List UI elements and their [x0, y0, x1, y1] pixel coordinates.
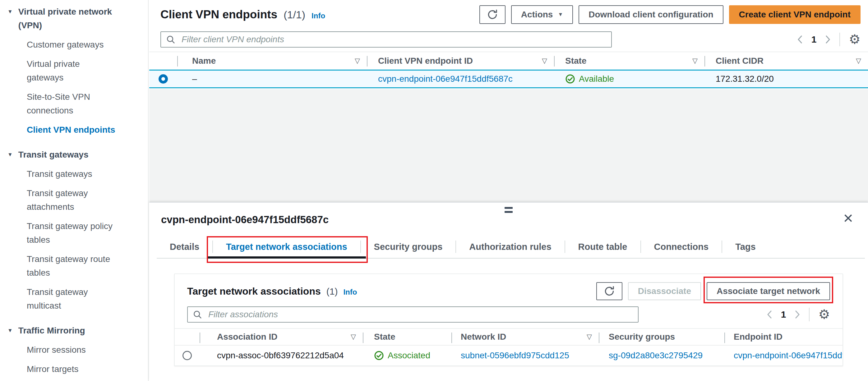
panel-drag-handle[interactable]: [504, 207, 513, 213]
column-header-state[interactable]: State ▽: [554, 52, 705, 70]
create-client-vpn-endpoint-button[interactable]: Create client VPN endpoint: [729, 5, 861, 24]
tab-label: Target network associations: [226, 242, 347, 252]
sidebar-item-mirror-sessions[interactable]: Mirror sessions: [7, 343, 118, 357]
column-label: State: [374, 332, 395, 342]
cell-name: –: [177, 74, 367, 84]
section-collapse-icon: ▼: [7, 324, 13, 338]
endpoints-pagination: 1 ⚙: [797, 33, 861, 46]
section-title: Virtual private network (VPN): [18, 5, 129, 32]
disassociate-button-label: Disassociate: [638, 286, 691, 296]
current-page-number[interactable]: 1: [811, 34, 817, 45]
table-row-selected[interactable]: – cvpn-endpoint-06e947f15ddf5687c Availa…: [149, 70, 868, 88]
sort-icon: ▽: [587, 333, 592, 341]
select-all-column: [175, 329, 199, 345]
panel-tabs: Details Target network associations Secu…: [157, 235, 865, 259]
actions-button-label: Actions: [521, 10, 553, 20]
status-text: Available: [579, 74, 614, 84]
info-link[interactable]: Info: [311, 11, 325, 20]
endpoints-table-header: Name ▽ Client VPN endpoint ID ▽ State ▽ …: [149, 52, 868, 70]
panel-title: cvpn-endpoint-06e947f15ddf5687c: [161, 214, 329, 226]
toolbar-divider: [809, 308, 810, 321]
row-select-radio[interactable]: [183, 351, 192, 360]
sidebar-item-client-vpn-endpoints[interactable]: Client VPN endpoints: [7, 123, 118, 137]
security-group-link[interactable]: sg-09d2a80e3c2795429: [609, 351, 703, 360]
refresh-button[interactable]: [479, 5, 505, 24]
associations-filter: [187, 307, 639, 323]
sort-icon: ▽: [351, 333, 356, 341]
sidebar-item-mirror-targets[interactable]: Mirror targets: [7, 362, 118, 376]
column-header-endpoint-id[interactable]: Client VPN endpoint ID ▽: [367, 52, 554, 70]
sidebar-item-transit-gateway-multicast[interactable]: Transit gateway multicast: [7, 285, 118, 313]
section-collapse-icon: ▼: [7, 148, 13, 162]
sidebar-section-vpn-header[interactable]: ▼ Virtual private network (VPN): [7, 5, 142, 32]
sidebar-section-transit-gateways: ▼ Transit gateways Transit gateways Tran…: [7, 148, 142, 313]
gear-icon[interactable]: ⚙: [849, 33, 861, 46]
tab-authorization-rules[interactable]: Authorization rules: [456, 235, 564, 258]
refresh-button[interactable]: [596, 282, 622, 300]
chevron-down-icon: ▼: [558, 11, 563, 18]
associate-target-network-button[interactable]: Associate target network: [707, 282, 830, 300]
status-badge: Available: [565, 74, 614, 84]
endpoint-id-link[interactable]: cvpn-endpoint-06e947f15ddf5687c: [734, 351, 842, 360]
sidebar-section-vpn: ▼ Virtual private network (VPN) Customer…: [7, 5, 142, 137]
endpoints-filter: [160, 31, 612, 47]
actions-button[interactable]: Actions ▼: [511, 5, 573, 24]
endpoint-id-link[interactable]: cvpn-endpoint-06e947f15ddf5687c: [378, 74, 513, 84]
section-title: Traffic Mirroring: [18, 324, 85, 338]
column-label: Client VPN endpoint ID: [378, 56, 473, 66]
toolbar-divider: [839, 33, 840, 46]
tab-tags[interactable]: Tags: [722, 235, 769, 258]
row-select-radio[interactable]: [159, 74, 168, 84]
check-circle-icon: [374, 351, 384, 360]
check-circle-icon: [565, 74, 575, 84]
search-icon: [193, 310, 202, 320]
sidebar-section-transit-header[interactable]: ▼ Transit gateways: [7, 148, 142, 162]
gear-icon[interactable]: ⚙: [818, 308, 830, 321]
tab-target-network-associations[interactable]: Target network associations: [213, 235, 360, 258]
column-header-network-id[interactable]: Network ID ▽: [452, 329, 599, 345]
previous-page-icon[interactable]: [797, 35, 803, 44]
download-client-configuration-button[interactable]: Download client configuration: [579, 5, 723, 24]
vpc-console-page: ▼ Virtual private network (VPN) Customer…: [0, 0, 868, 381]
next-page-icon[interactable]: [825, 35, 831, 44]
column-header-name[interactable]: Name ▽: [177, 52, 367, 70]
endpoints-table: Name ▽ Client VPN endpoint ID ▽ State ▽ …: [149, 52, 868, 88]
column-header-security-groups[interactable]: Security groups: [599, 329, 724, 345]
sidebar-item-transit-gateway-route-tables[interactable]: Transit gateway route tables: [7, 252, 118, 280]
table-row[interactable]: cvpn-assoc-0bf639762212d5a04 Associated …: [175, 346, 842, 366]
tab-security-groups[interactable]: Security groups: [361, 235, 456, 258]
tab-details[interactable]: Details: [157, 235, 212, 258]
associations-table-header: Association ID ▽ State Network ID ▽ Secu…: [175, 328, 842, 346]
column-header-client-cidr[interactable]: Client CIDR ▽: [705, 52, 868, 70]
previous-page-icon[interactable]: [767, 310, 772, 319]
tab-route-table[interactable]: Route table: [565, 235, 641, 258]
sidebar-item-virtual-private-gateways[interactable]: Virtual private gateways: [7, 57, 118, 85]
column-header-endpoint-id[interactable]: Endpoint ID: [724, 329, 842, 345]
table-empty-area: [149, 89, 868, 202]
next-page-icon[interactable]: [795, 310, 800, 319]
column-header-state[interactable]: State: [363, 329, 452, 345]
column-header-association-id[interactable]: Association ID ▽: [199, 329, 363, 345]
search-icon: [166, 35, 175, 45]
info-link[interactable]: Info: [343, 288, 357, 296]
column-label: Network ID: [461, 332, 506, 342]
section-title: Transit gateways: [18, 148, 89, 162]
close-icon[interactable]: ×: [843, 210, 853, 226]
sidebar-item-customer-gateways[interactable]: Customer gateways: [7, 38, 118, 52]
sidebar-section-traffic-header[interactable]: ▼ Traffic Mirroring: [7, 324, 142, 338]
current-page-number[interactable]: 1: [781, 309, 786, 320]
disassociate-button[interactable]: Disassociate: [628, 282, 701, 300]
associations-table: Association ID ▽ State Network ID ▽ Secu…: [175, 328, 842, 366]
status-badge: Associated: [374, 351, 430, 360]
page-title-count: (1/1): [283, 9, 305, 21]
endpoints-filter-input[interactable]: [160, 31, 612, 47]
network-id-link[interactable]: subnet-0596ebfd975cdd125: [461, 351, 569, 360]
associations-pagination: 1 ⚙: [767, 308, 830, 321]
sidebar-item-transit-gateway-attachments[interactable]: Transit gateway attachments: [7, 187, 118, 214]
tab-connections[interactable]: Connections: [641, 235, 722, 258]
sidebar-item-transit-gateways[interactable]: Transit gateways: [7, 167, 118, 181]
page-header: Client VPN endpoints (1/1) Info Actions …: [160, 4, 861, 26]
sidebar-item-transit-gateway-policy-tables[interactable]: Transit gateway policy tables: [7, 219, 118, 247]
associations-filter-input[interactable]: [187, 307, 639, 323]
sidebar-item-site-to-site-vpn-connections[interactable]: Site-to-Site VPN connections: [7, 90, 118, 118]
